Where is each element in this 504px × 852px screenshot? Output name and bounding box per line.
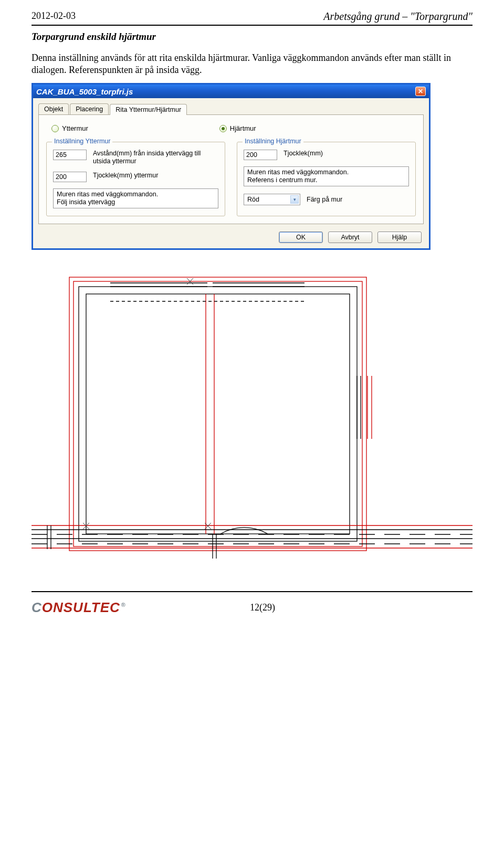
tab-panel: Yttermur Hjärtmur Inställning Yttermur A…	[38, 114, 424, 224]
page-date: 2012-02-03	[32, 10, 76, 23]
floorplan-drawing	[32, 266, 472, 570]
doc-title: Arbetsgång grund – "Torpargrund"	[323, 10, 472, 23]
fieldset-hjartmur: Inställning Hjärtmur Tjocklek(mm) Muren …	[237, 142, 416, 216]
fieldset-yttermur: Inställning Yttermur Avstånd(mm) från in…	[46, 142, 225, 216]
tab-rita-yttermur-hjartmur[interactable]: Rita Yttermur/Hjärtmur	[110, 104, 187, 115]
page-number: 12(29)	[250, 602, 275, 613]
header-rule	[32, 25, 472, 26]
close-icon: ✕	[418, 88, 423, 95]
tab-placering[interactable]: Placering	[70, 103, 109, 114]
tab-row: Objekt Placering Rita Yttermur/Hjärtmur	[35, 100, 427, 114]
svg-rect-1	[86, 294, 350, 534]
label-avstand-yttermur: Avstånd(mm) från insida yttervägg till u…	[93, 150, 218, 165]
radio-icon-checked	[219, 125, 227, 132]
dialog-button-row: OK Avbryt Hjälp	[35, 227, 427, 246]
ok-button[interactable]: OK	[279, 232, 323, 243]
radio-hjartmur[interactable]: Hjärtmur	[219, 124, 256, 132]
input-avstand-yttermur[interactable]	[53, 150, 87, 160]
legend-yttermur: Inställning Yttermur	[52, 138, 112, 145]
label-tjocklek-hjartmur: Tjocklek(mm)	[284, 150, 323, 157]
tab-objekt[interactable]: Objekt	[38, 103, 69, 114]
svg-rect-2	[74, 281, 362, 546]
logo-consultec: CONSULTEC®	[32, 599, 126, 616]
radio-yttermur[interactable]: Yttermur	[51, 124, 88, 132]
footer-rule	[32, 591, 472, 592]
section-heading: Torpargrund enskild hjärtmur	[0, 31, 504, 43]
dialog-window: CAK_BUA_5003_torpfri.js ✕ Objekt Placeri…	[32, 83, 430, 250]
note-yttermur: Muren ritas med väggkommandon. Följ insi…	[53, 188, 218, 208]
chevron-down-icon: ▾	[290, 195, 299, 204]
select-farg[interactable]: Röd ▾	[244, 194, 300, 205]
dialog-titlebar: CAK_BUA_5003_torpfri.js ✕	[33, 85, 429, 98]
radio-label-hjartmur: Hjärtmur	[230, 124, 256, 132]
label-tjocklek-yttermur: Tjocklek(mm) yttermur	[93, 172, 158, 180]
radio-icon	[51, 125, 59, 132]
radio-label-yttermur: Yttermur	[62, 124, 88, 132]
input-tjocklek-yttermur[interactable]	[53, 172, 87, 182]
svg-rect-0	[79, 287, 357, 541]
section-paragraph: Denna inställning används för att rita e…	[0, 52, 504, 76]
select-farg-value: Röd	[247, 196, 259, 203]
help-button[interactable]: Hjälp	[377, 232, 422, 243]
note-hjartmur: Muren ritas med väggkommandon. Referens …	[244, 166, 409, 186]
close-button[interactable]: ✕	[415, 87, 426, 96]
cancel-button[interactable]: Avbryt	[328, 232, 372, 243]
input-tjocklek-hjartmur[interactable]	[244, 150, 277, 160]
dialog-title: CAK_BUA_5003_torpfri.js	[36, 87, 133, 96]
label-farg: Färg på mur	[307, 196, 342, 204]
legend-hjartmur: Inställning Hjärtmur	[243, 138, 303, 145]
svg-rect-3	[69, 277, 366, 551]
